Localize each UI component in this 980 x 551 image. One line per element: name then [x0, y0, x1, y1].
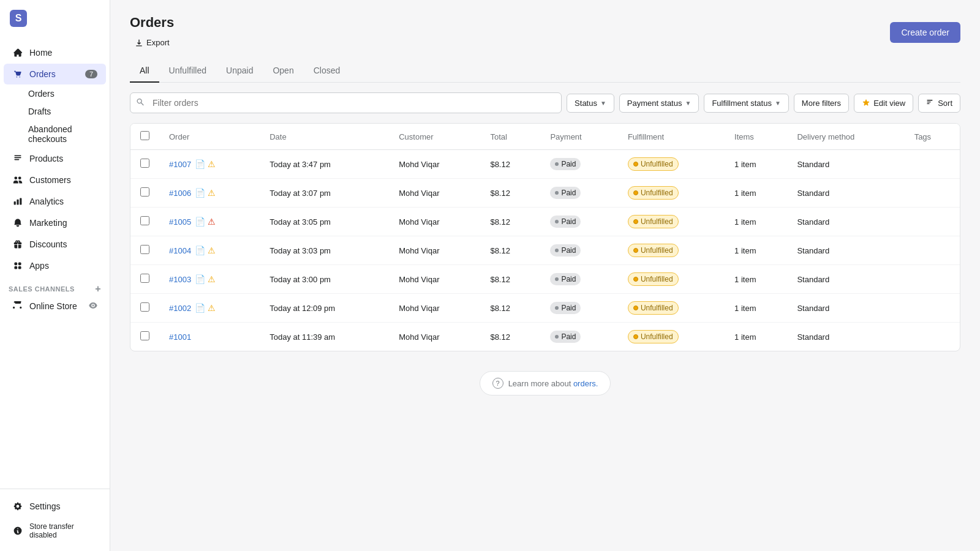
order-customer: Mohd Viqar — [389, 323, 480, 351]
order-customer: Mohd Viqar — [389, 265, 480, 294]
row-checkbox[interactable] — [140, 302, 149, 312]
order-link[interactable]: #1004 — [169, 246, 191, 255]
col-payment: Payment — [540, 124, 618, 150]
order-date: Today at 12:09 pm — [260, 294, 389, 323]
order-date: Today at 3:47 pm — [260, 150, 389, 179]
doc-icon: 📄 — [195, 217, 205, 227]
sidebar-item-products[interactable]: Products — [4, 148, 106, 169]
sidebar-item-analytics[interactable]: Analytics — [4, 191, 106, 212]
row-checkbox[interactable] — [140, 216, 149, 225]
order-link[interactable]: #1007 — [169, 160, 191, 169]
add-sales-channel-button[interactable]: + — [95, 284, 101, 294]
warn-icon: ⚠ — [208, 246, 216, 255]
order-tags — [905, 323, 960, 351]
eye-icon[interactable] — [89, 301, 97, 312]
order-items: 1 item — [725, 150, 787, 179]
row-checkbox[interactable] — [140, 274, 149, 283]
sidebar-item-apps[interactable]: Apps — [4, 255, 106, 276]
sidebar-subitem-abandoned[interactable]: Abandoned checkouts — [4, 121, 106, 148]
search-input[interactable] — [130, 92, 562, 113]
order-delivery: Standard — [787, 265, 904, 294]
fulfillment-badge: Unfulfilled — [628, 186, 679, 200]
order-link[interactable]: #1001 — [169, 332, 191, 342]
sidebar-item-online-store[interactable]: Online Store — [4, 297, 106, 315]
sidebar-item-orders-label: Orders — [29, 69, 56, 79]
order-items: 1 item — [725, 236, 787, 265]
order-customer: Mohd Viqar — [389, 294, 480, 323]
order-delivery: Standard — [787, 208, 904, 236]
search-wrap — [130, 92, 562, 113]
doc-icon: 📄 — [195, 246, 205, 255]
warn-icon: ⚠ — [208, 188, 216, 198]
col-items: Items — [725, 124, 787, 150]
warn-icon: ⚠ — [208, 217, 216, 227]
create-order-button[interactable]: Create order — [890, 22, 960, 43]
tab-unfulfilled[interactable]: Unfulfilled — [159, 59, 216, 83]
more-filters-button[interactable]: More filters — [794, 94, 849, 113]
sidebar-item-marketing-label: Marketing — [29, 218, 67, 228]
sidebar-item-discounts[interactable]: Discounts — [4, 234, 106, 255]
tab-all[interactable]: All — [130, 59, 159, 83]
order-items: 1 item — [725, 323, 787, 351]
payment-badge: Paid — [550, 302, 581, 314]
sidebar-subitem-drafts[interactable]: Drafts — [4, 103, 106, 120]
sidebar-item-settings[interactable]: Settings — [4, 496, 106, 517]
payment-badge: Paid — [550, 158, 581, 170]
order-link[interactable]: #1003 — [169, 275, 191, 284]
tab-open[interactable]: Open — [263, 59, 303, 83]
sidebar-item-marketing[interactable]: Marketing — [4, 212, 106, 233]
sidebar-bottom: Settings Store transfer disabled — [0, 489, 110, 551]
sidebar-item-orders[interactable]: Orders 7 — [4, 64, 106, 84]
sidebar: S Home Orders 7 Orders Drafts Abandoned … — [0, 0, 110, 551]
learn-more-link[interactable]: orders. — [573, 379, 598, 388]
fulfillment-status-filter-button[interactable]: Fulfillment status ▼ — [704, 94, 788, 113]
tab-unpaid[interactable]: Unpaid — [216, 59, 263, 83]
tab-closed[interactable]: Closed — [304, 59, 350, 83]
marketing-icon — [12, 217, 23, 228]
payment-badge: Paid — [550, 244, 581, 257]
sidebar-item-customers-label: Customers — [29, 175, 71, 185]
sidebar-item-home[interactable]: Home — [4, 42, 106, 63]
export-button[interactable]: Export — [130, 36, 175, 50]
order-total: $8.12 — [480, 265, 540, 294]
order-link[interactable]: #1006 — [169, 189, 191, 198]
row-checkbox[interactable] — [140, 331, 149, 340]
page-title: Orders — [130, 15, 175, 31]
edit-view-button[interactable]: Edit view — [854, 94, 913, 113]
order-date: Today at 11:39 am — [260, 323, 389, 351]
select-all-checkbox[interactable] — [140, 131, 149, 140]
doc-icon: 📄 — [195, 188, 205, 198]
sidebar-item-customers[interactable]: Customers — [4, 170, 106, 190]
sidebar-item-store-transfer[interactable]: Store transfer disabled — [4, 517, 106, 544]
table-row: #1003 📄⚠ Today at 3:00 pmMohd Viqar$8.12… — [130, 265, 960, 294]
online-store-label: Online Store — [29, 301, 77, 311]
fulfillment-badge: Unfulfilled — [628, 244, 679, 257]
sidebar-subitem-orders[interactable]: Orders — [4, 85, 106, 102]
sidebar-item-home-label: Home — [29, 48, 52, 58]
row-checkbox[interactable] — [140, 159, 149, 168]
table-row: #1006 📄⚠ Today at 3:07 pmMohd Viqar$8.12… — [130, 179, 960, 208]
order-total: $8.12 — [480, 208, 540, 236]
warn-icon: ⚠ — [208, 159, 216, 169]
order-date: Today at 3:03 pm — [260, 236, 389, 265]
fulfillment-badge: Unfulfilled — [628, 301, 679, 315]
order-date: Today at 3:00 pm — [260, 265, 389, 294]
sidebar-nav: Home Orders 7 Orders Drafts Abandoned ch… — [0, 37, 110, 489]
order-link[interactable]: #1005 — [169, 217, 191, 227]
search-icon — [136, 98, 145, 108]
order-delivery: Standard — [787, 150, 904, 179]
row-checkbox[interactable] — [140, 187, 149, 197]
order-customer: Mohd Viqar — [389, 150, 480, 179]
status-filter-button[interactable]: Status ▼ — [567, 94, 614, 113]
sidebar-item-analytics-label: Analytics — [29, 197, 64, 206]
products-icon — [12, 153, 23, 164]
order-tags — [905, 179, 960, 208]
payment-status-filter-button[interactable]: Payment status ▼ — [619, 94, 699, 113]
sort-button[interactable]: Sort — [918, 94, 960, 113]
order-tags — [905, 265, 960, 294]
order-link[interactable]: #1002 — [169, 304, 191, 313]
row-checkbox[interactable] — [140, 245, 149, 254]
settings-label: Settings — [29, 501, 61, 511]
payment-status-caret-icon: ▼ — [685, 100, 691, 107]
table-row: #1004 📄⚠ Today at 3:03 pmMohd Viqar$8.12… — [130, 236, 960, 265]
